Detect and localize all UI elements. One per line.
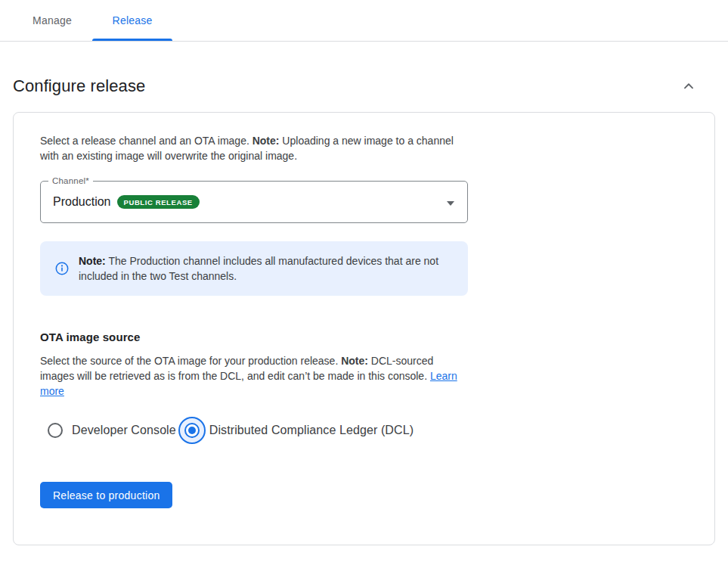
note-box-bold: Note: <box>79 255 106 267</box>
public-release-badge: PUBLIC RELEASE <box>117 195 200 209</box>
tab-release-label: Release <box>113 14 153 26</box>
ota-source-radio-group: Developer Console Distributed Compliance… <box>40 417 688 444</box>
note-box-text: Note: The Production channel includes al… <box>79 253 453 284</box>
collapse-section-button[interactable] <box>679 76 699 96</box>
intro-text: Select a release channel and an OTA imag… <box>40 133 468 163</box>
info-icon <box>55 262 69 275</box>
page-title: Configure release <box>13 76 145 96</box>
intro-note-bold: Note: <box>252 135 280 147</box>
radio-dcl[interactable] <box>178 417 206 444</box>
channel-select-value: Production <box>53 195 111 209</box>
dropdown-arrow-icon <box>447 201 454 206</box>
section-header: Configure release <box>0 76 728 96</box>
radio-developer-console-label[interactable]: Developer Console <box>72 424 176 437</box>
ota-text-before: Select the source of the OTA image for y… <box>40 355 341 367</box>
production-note-box: Note: The Production channel includes al… <box>40 241 468 296</box>
channel-select-label: Channel* <box>48 176 93 185</box>
release-to-production-button[interactable]: Release to production <box>40 482 172 508</box>
ota-description: Select the source of the OTA image for y… <box>40 353 468 399</box>
configure-release-card: Select a release channel and an OTA imag… <box>13 112 715 545</box>
intro-text-before: Select a release channel and an OTA imag… <box>40 135 252 147</box>
tab-manage-label: Manage <box>33 14 72 26</box>
channel-select[interactable]: Channel* Production PUBLIC RELEASE <box>40 181 468 223</box>
tab-bar: Manage Release <box>0 0 728 42</box>
chevron-up-icon <box>680 85 697 97</box>
note-box-body: The Production channel includes all manu… <box>79 255 438 282</box>
radio-dcl-label[interactable]: Distributed Compliance Ledger (DCL) <box>209 424 414 437</box>
radio-dcl-selected-icon <box>184 423 200 438</box>
ota-image-source-heading: OTA image source <box>40 331 688 343</box>
tab-manage[interactable]: Manage <box>12 0 92 41</box>
ota-note-bold: Note: <box>341 355 368 367</box>
tab-release[interactable]: Release <box>92 0 172 41</box>
radio-developer-console[interactable] <box>48 423 63 438</box>
radio-dot <box>188 427 196 434</box>
